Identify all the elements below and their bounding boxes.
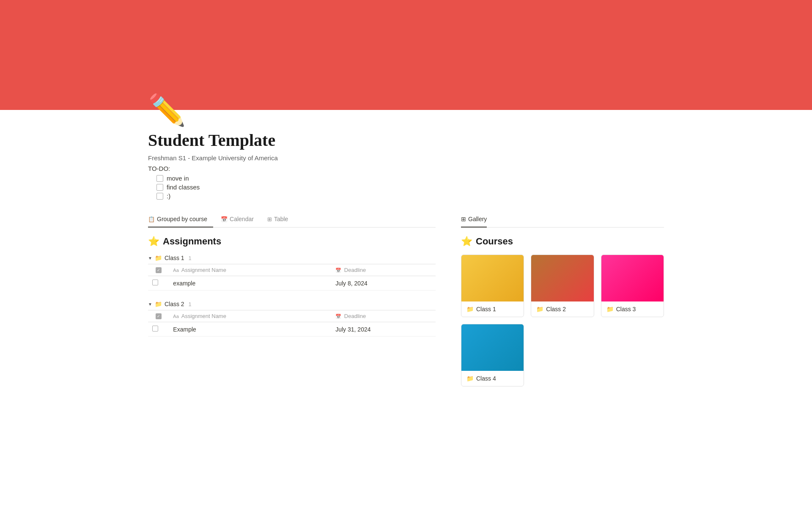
group-count-class2: 1	[189, 301, 192, 307]
courses-panel: ⊞ Gallery ⭐ Courses 📁 Class 1	[461, 212, 664, 386]
tab-calendar[interactable]: 📅 Calendar	[221, 212, 260, 227]
course-card-label-class1: 📁 Class 1	[461, 301, 524, 317]
row-checkbox[interactable]	[152, 280, 158, 285]
course-card-class3[interactable]: 📁 Class 3	[601, 255, 664, 317]
row-name-cell: example	[169, 276, 331, 290]
table-tab-icon: ⊞	[267, 216, 272, 222]
row-name-cell2: Example	[169, 322, 331, 337]
card-folder-icon-class2: 📁	[536, 306, 543, 312]
table-row[interactable]: Example July 31, 2024	[148, 322, 436, 337]
card-folder-icon-class3: 📁	[606, 306, 614, 312]
folder-icon-class2: 📁	[155, 301, 162, 307]
calendar-tab-icon: 📅	[221, 216, 228, 222]
list-item[interactable]: move in	[156, 175, 664, 182]
assignments-panel: 📋 Grouped by course 📅 Calendar ⊞ Table ⭐…	[148, 212, 436, 386]
th-deadline-icon2: 📅	[335, 314, 341, 319]
gallery-tab-label: Gallery	[468, 216, 487, 222]
course-card-label-class3: 📁 Class 3	[601, 301, 664, 317]
triangle-icon-class1: ▼	[148, 256, 152, 260]
group-class2: ▼ 📁 Class 2 1 ✓	[148, 301, 436, 337]
course-card-name-class1: Class 1	[476, 306, 496, 312]
check-done-icon: ✓	[156, 267, 162, 273]
todo-text-2: find classes	[167, 184, 200, 191]
assignments-star-icon: ⭐	[148, 236, 159, 247]
card-folder-icon-class4: 📁	[466, 375, 474, 382]
course-card-name-class2: Class 2	[546, 306, 566, 312]
th-deadline-class1: 📅 Deadline	[331, 264, 436, 276]
todo-list: move in find classes :)	[156, 175, 664, 200]
course-card-image-class3	[601, 255, 664, 301]
todo-label: TO-DO:	[148, 165, 664, 172]
todo-text-1: move in	[167, 175, 189, 182]
course-card-class1[interactable]: 📁 Class 1	[461, 255, 524, 317]
row-checkbox2[interactable]	[152, 326, 158, 332]
assignments-table-class1: ✓ Aa Assignment Name 📅 Deadline	[148, 264, 436, 290]
tab-gallery[interactable]: ⊞ Gallery	[461, 212, 487, 227]
triangle-icon-class2: ▼	[148, 302, 152, 307]
courses-grid: 📁 Class 1 📁 Class 2 📁 Class 3	[461, 255, 664, 386]
header-banner	[0, 0, 812, 110]
list-item[interactable]: :)	[156, 192, 664, 200]
row-deadline-cell2: July 31, 2024	[331, 322, 436, 337]
group-title-class2[interactable]: ▼ 📁 Class 2 1	[148, 301, 436, 307]
course-card-class2[interactable]: 📁 Class 2	[531, 255, 594, 317]
row-check-cell[interactable]	[148, 276, 169, 290]
group-count-class1: 1	[189, 255, 192, 261]
assignments-section-header: ⭐ Assignments	[148, 236, 436, 247]
group-class1: ▼ 📁 Class 1 1 ✓	[148, 255, 436, 290]
todo-checkbox-2[interactable]	[156, 184, 163, 191]
th-name-class1: Aa Assignment Name	[169, 264, 331, 276]
todo-checkbox-1[interactable]	[156, 175, 163, 182]
course-card-image-class4	[461, 324, 524, 371]
group-name-class1: Class 1	[165, 255, 184, 261]
tab-grouped-by-course[interactable]: 📋 Grouped by course	[148, 212, 213, 227]
gallery-tabs: ⊞ Gallery	[461, 212, 664, 227]
th-check-class2: ✓	[148, 310, 169, 322]
todo-checkbox-3[interactable]	[156, 193, 163, 200]
course-card-image-class1	[461, 255, 524, 301]
tab-calendar-label: Calendar	[230, 216, 254, 222]
assignments-table-class2: ✓ Aa Assignment Name 📅 Deadline	[148, 310, 436, 337]
courses-title: Courses	[476, 236, 513, 247]
table-row[interactable]: example July 8, 2024	[148, 276, 436, 290]
th-name-class2: Aa Assignment Name	[169, 310, 331, 322]
grouped-tab-icon: 📋	[148, 216, 155, 222]
folder-icon-class1: 📁	[155, 255, 162, 261]
courses-star-icon: ⭐	[461, 236, 472, 247]
page-subtitle: Freshman S1 - Example University of Amer…	[148, 154, 664, 162]
course-card-image-class2	[531, 255, 593, 301]
th-deadline-class2: 📅 Deadline	[331, 310, 436, 322]
row-check-cell2[interactable]	[148, 322, 169, 337]
page-icon: ✏️	[148, 95, 664, 125]
todo-text-3: :)	[167, 192, 170, 200]
assignments-tabs: 📋 Grouped by course 📅 Calendar ⊞ Table	[148, 212, 436, 227]
row-deadline-cell: July 8, 2024	[331, 276, 436, 290]
gallery-tab-icon: ⊞	[461, 216, 466, 222]
tab-table-label: Table	[274, 216, 288, 222]
th-check-class1: ✓	[148, 264, 169, 276]
tab-table[interactable]: ⊞ Table	[267, 212, 294, 227]
tab-grouped-label: Grouped by course	[157, 216, 207, 222]
courses-section-header: ⭐ Courses	[461, 236, 664, 247]
course-card-class4[interactable]: 📁 Class 4	[461, 324, 524, 386]
course-card-label-class2: 📁 Class 2	[531, 301, 593, 317]
assignments-title: Assignments	[163, 236, 221, 247]
th-name-icon2: Aa	[173, 314, 178, 319]
list-item[interactable]: find classes	[156, 184, 664, 191]
th-deadline-icon: 📅	[335, 268, 341, 273]
course-card-name-class4: Class 4	[476, 375, 496, 382]
course-card-label-class4: 📁 Class 4	[461, 371, 524, 386]
course-card-name-class3: Class 3	[616, 306, 636, 312]
check-done-icon2: ✓	[156, 313, 162, 319]
group-name-class2: Class 2	[165, 301, 184, 307]
page-title: Student Template	[148, 130, 664, 150]
group-title-class1[interactable]: ▼ 📁 Class 1 1	[148, 255, 436, 261]
th-name-icon: Aa	[173, 268, 178, 273]
card-folder-icon-class1: 📁	[466, 306, 474, 312]
